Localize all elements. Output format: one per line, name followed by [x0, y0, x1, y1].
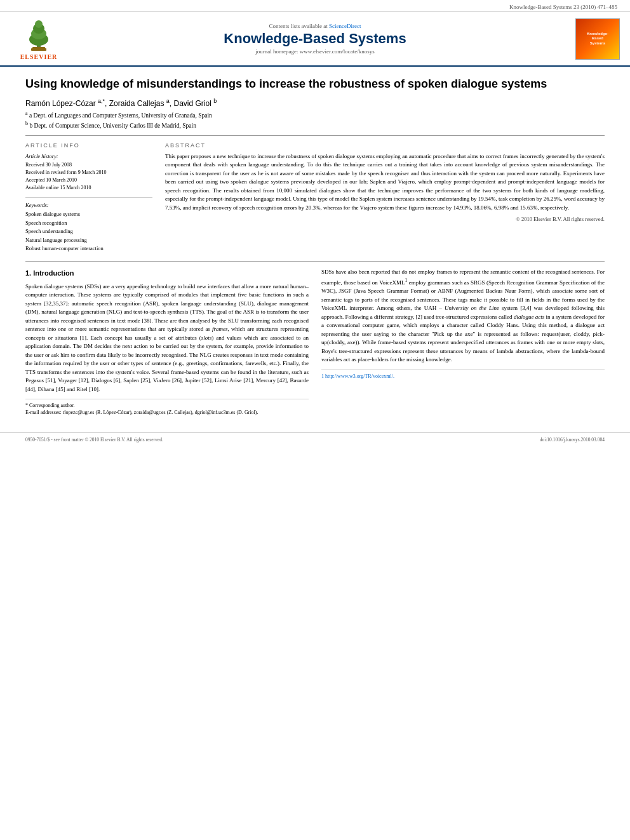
body-content: 1. Introduction Spoken dialogue systems …	[25, 268, 605, 416]
affiliation-b: b b Dept. of Computer Science, Universit…	[25, 121, 605, 129]
svg-rect-6	[31, 48, 46, 51]
keyword-3: Speech understanding	[25, 227, 152, 236]
divider-2	[25, 261, 605, 262]
article-info-abstract-section: ARTICLE INFO Article history: Received 3…	[25, 142, 605, 253]
journal-citation: Knowledge-Based Systems 23 (2010) 471–48…	[0, 0, 630, 12]
article-history-block: Article history: Received 30 July 2008 R…	[25, 152, 152, 192]
keywords-block: Keywords: Spoken dialogue systems Speech…	[25, 201, 152, 253]
footnote-corresponding: * Corresponding author.	[25, 402, 309, 409]
body-right-col: SDSs have also been reported that do not…	[321, 268, 605, 416]
intro-paragraph-2: SDSs have also been reported that do not…	[321, 268, 605, 364]
journal-logo-right: Knowledge-BasedSystems	[563, 18, 620, 60]
article-info-column: ARTICLE INFO Article history: Received 3…	[25, 142, 152, 253]
elsevier-label: ELSEVIER	[20, 53, 58, 60]
footnote-area: * Corresponding author. E-mail addresses…	[25, 399, 309, 416]
url-footnote-area: 1 http://www.w3.org/TR/voicexml/.	[321, 370, 605, 380]
paper-title: Using knowledge of misunderstandings to …	[25, 77, 605, 91]
bottom-bar: 0950-7051/$ - see front matter © 2010 El…	[0, 432, 630, 446]
intro-heading: 1. Introduction	[25, 268, 309, 279]
affiliation-a: a a Dept. of Languages and Computer Syst…	[25, 110, 605, 119]
intro-paragraph-1: Spoken dialogue systems (SDSs) are a ver…	[25, 283, 309, 394]
keywords-title: Keywords:	[25, 201, 152, 210]
url-footnote: 1 http://www.w3.org/TR/voicexml/.	[321, 373, 605, 380]
journal-homepage: journal homepage: www.elsevier.com/locat…	[67, 48, 563, 55]
keyword-1: Spoken dialogue systems	[25, 210, 152, 219]
svg-point-4	[35, 20, 43, 28]
journal-header: ELSEVIER Contents lists available at Sci…	[0, 12, 630, 67]
footnote-email: E-mail addresses: rlopezc@ugr.es (R. Lóp…	[25, 409, 309, 416]
footer-doi: doi:10.1016/j.knosys.2010.03.004	[540, 437, 605, 443]
copyright-line: © 2010 Elsevier B.V. All rights reserved…	[165, 216, 605, 222]
authors-line: Ramón López-Cózar a,*, Zoraida Callejas …	[25, 98, 605, 108]
abstract-text: This paper proposes a new technique to i…	[165, 152, 605, 213]
received-date: Received 30 July 2008	[25, 161, 152, 169]
elsevier-logo: ELSEVIER	[10, 17, 67, 60]
sciencedirect-link: Contents lists available at ScienceDirec…	[67, 23, 563, 29]
article-info-label: ARTICLE INFO	[25, 142, 152, 149]
info-divider	[25, 197, 152, 197]
sciencedirect-name: ScienceDirect	[329, 23, 361, 29]
footer-rights: 0950-7051/$ - see front matter © 2010 El…	[25, 437, 163, 443]
main-content: Using knowledge of misunderstandings to …	[0, 67, 630, 426]
article-history-title: Article history:	[25, 152, 152, 161]
journal-logo-box: Knowledge-BasedSystems	[575, 18, 620, 60]
abstract-column: ABSTRACT This paper proposes a new techn…	[165, 142, 605, 253]
journal-name: Knowledge-Based Systems	[67, 30, 563, 47]
received-revised-date: Received in revised form 9 March 2010	[25, 169, 152, 177]
keyword-5: Robust human-computer interaction	[25, 244, 152, 253]
available-online-date: Available online 15 March 2010	[25, 184, 152, 192]
divider-1	[25, 135, 605, 136]
journal-title-center: Contents lists available at ScienceDirec…	[67, 23, 563, 55]
abstract-label: ABSTRACT	[165, 142, 605, 149]
elsevier-tree-icon	[20, 17, 58, 52]
keyword-4: Natural language processing	[25, 236, 152, 245]
accepted-date: Accepted 10 March 2010	[25, 177, 152, 184]
body-left-col: 1. Introduction Spoken dialogue systems …	[25, 268, 309, 416]
keyword-2: Speech recognition	[25, 219, 152, 228]
